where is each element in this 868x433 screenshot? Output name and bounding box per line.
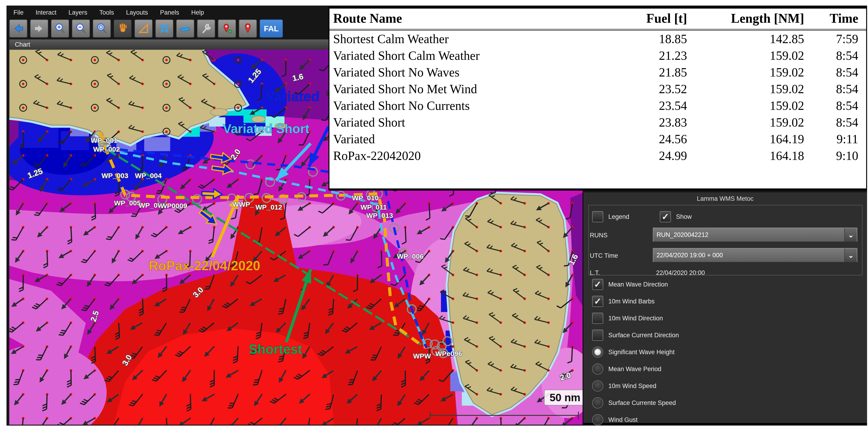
checkbox-label: 10m Wind Direction: [608, 315, 663, 322]
table-cell: 159.02: [706, 97, 830, 114]
fit-view-button[interactable]: [155, 20, 174, 37]
zoom-region-icon: [95, 22, 108, 35]
waypoint-label: WP_011: [361, 203, 387, 211]
checkbox-10m-wind-barbs[interactable]: ✓: [592, 296, 603, 307]
waypoint-label: WP_010: [352, 194, 379, 202]
table-cell: 8:54: [830, 81, 866, 97]
pan-icon: [116, 22, 129, 35]
table-cell: 159.02: [706, 114, 830, 131]
waypoint-label: WP_012: [255, 203, 282, 211]
pan-button[interactable]: [114, 20, 132, 37]
back-icon: [11, 22, 25, 35]
route-name-label: RoPax-22/04/2020: [149, 258, 260, 273]
waypoint-label: WP_013: [366, 212, 393, 219]
table-cell: 9:10: [830, 148, 866, 164]
back-button[interactable]: [9, 20, 27, 37]
measure-button[interactable]: [134, 20, 153, 37]
add-waypoint-button[interactable]: [218, 20, 236, 37]
local-time-value: 22/04/2020 20:00: [656, 269, 705, 277]
checkbox-label: 10m Wind Barbs: [608, 298, 655, 305]
table-cell: RoPax-22042020: [330, 148, 609, 164]
utc-time-dropdown[interactable]: 22/04/2020 19:00 + 000 ⌄: [653, 248, 857, 262]
radio-significant-wave-height[interactable]: [592, 346, 603, 358]
menu-layouts[interactable]: Layouts: [126, 9, 148, 16]
radio-label: Mean Wave Period: [608, 366, 661, 373]
table-cell: 23.83: [609, 114, 706, 131]
toolbar: FAL: [9, 20, 283, 37]
table-row: Variated Short No Waves21.85159.028:54: [330, 64, 866, 81]
checkbox-label: Surface Current Direction: [608, 332, 679, 339]
field-row: Mean Wave Period: [592, 363, 661, 375]
checkbox-surface-current-direction[interactable]: [592, 330, 603, 341]
chevron-down-icon[interactable]: ⌄: [844, 228, 857, 242]
table-cell: 24.99: [609, 148, 706, 164]
show-checkbox[interactable]: ✓: [660, 211, 671, 222]
zoom-out-button[interactable]: [72, 20, 90, 37]
waypoint-button[interactable]: [239, 20, 257, 37]
checkbox-10m-wind-direction[interactable]: [592, 313, 603, 324]
table-cell: 159.02: [706, 47, 830, 64]
tab-chart[interactable]: Chart: [15, 39, 30, 50]
table-cell: 18.85: [609, 30, 706, 48]
table-row: Variated Short No Currents23.54159.028:5…: [330, 97, 866, 114]
tools-button[interactable]: [197, 20, 215, 37]
checkbox-mean-wave-direction[interactable]: ✓: [592, 279, 603, 290]
legend-checkbox[interactable]: [592, 211, 603, 222]
table-cell: 159.02: [706, 64, 830, 81]
menu-interact[interactable]: Interact: [36, 9, 57, 16]
table-row: Variated24.56164.199:11: [330, 131, 866, 148]
menu-layers[interactable]: Layers: [69, 9, 87, 16]
table-cell: 8:54: [830, 47, 866, 64]
menu-tools[interactable]: Tools: [99, 9, 114, 16]
zoom-in-icon: [53, 22, 67, 35]
layer-row: ✓10m Wind Barbs: [592, 296, 655, 307]
radio-wind-gust[interactable]: [592, 414, 603, 425]
table-cell: 21.23: [609, 47, 706, 64]
menu-panels[interactable]: Panels: [160, 9, 179, 16]
layer-row: ✓Mean Wave Direction: [592, 279, 668, 290]
table-row: Shortest Calm Weather18.85142.857:59: [330, 30, 866, 48]
ship-button[interactable]: [176, 20, 194, 37]
radio-label: 10m Wind Speed: [608, 382, 656, 390]
table-cell: Variated Short No Waves: [330, 64, 609, 81]
table-row: Variated Short No Met Wind23.52159.028:5…: [330, 81, 866, 97]
table-cell: Variated Short No Met Wind: [330, 81, 609, 97]
menu-file[interactable]: File: [13, 9, 24, 16]
route-comparison-table: Route NameFuel [t]Length [NM]Time Shorte…: [329, 6, 867, 190]
waypoint-label: WP_005: [114, 199, 141, 207]
table-cell: Variated Short Calm Weather: [330, 47, 609, 64]
waypoint-label: WPW: [413, 352, 431, 360]
menu-help[interactable]: Help: [191, 9, 204, 16]
zoom-region-button[interactable]: [93, 20, 111, 37]
table-cell: 8:54: [830, 114, 866, 131]
radio-surface-currente-speed[interactable]: [592, 397, 603, 408]
chevron-down-icon[interactable]: ⌄: [844, 248, 857, 262]
table-cell: 159.02: [706, 81, 830, 97]
radio-mean-wave-period[interactable]: [592, 364, 603, 375]
zoom-in-button[interactable]: [51, 20, 69, 37]
show-label: Show: [676, 213, 692, 220]
table-cell: 142.85: [706, 30, 830, 48]
table-cell: 9:11: [830, 131, 866, 148]
waypoint-label: WP_004: [135, 172, 162, 179]
waypoint-label: WWP_: [232, 200, 254, 208]
fal-button[interactable]: FAL: [260, 20, 283, 37]
waypoint-label: WP_001: [91, 136, 118, 144]
field-row: 10m Wind Speed: [592, 380, 656, 392]
lt-label-row: L.T.: [590, 267, 600, 279]
radio-10m-wind-speed[interactable]: [592, 380, 603, 392]
lt-value-row: 22/04/2020 20:00: [656, 267, 705, 279]
runs-label: RUNS: [590, 232, 608, 239]
table-cell: Variated Short: [330, 114, 609, 131]
layer-row: 10m Wind Direction: [592, 312, 663, 324]
route-name-label: Variated Short: [223, 121, 310, 136]
runs-dropdown[interactable]: RUN_2020042212 ⌄: [653, 228, 857, 242]
app-window: FileInteractLayersToolsLayoutsPanelsHelp…: [0, 0, 868, 433]
field-row: Significant Wave Height: [592, 346, 675, 358]
legend-row: Legend: [592, 211, 629, 222]
metoc-panel: Lamma WMS Metoc Legend ✓ Show RUNS RUN_2…: [583, 192, 867, 425]
table-cell: 164.18: [706, 148, 830, 164]
runs-label-row: RUNS: [590, 229, 608, 241]
forward-button[interactable]: [30, 20, 48, 37]
runs-value: RUN_2020042212: [653, 231, 844, 239]
